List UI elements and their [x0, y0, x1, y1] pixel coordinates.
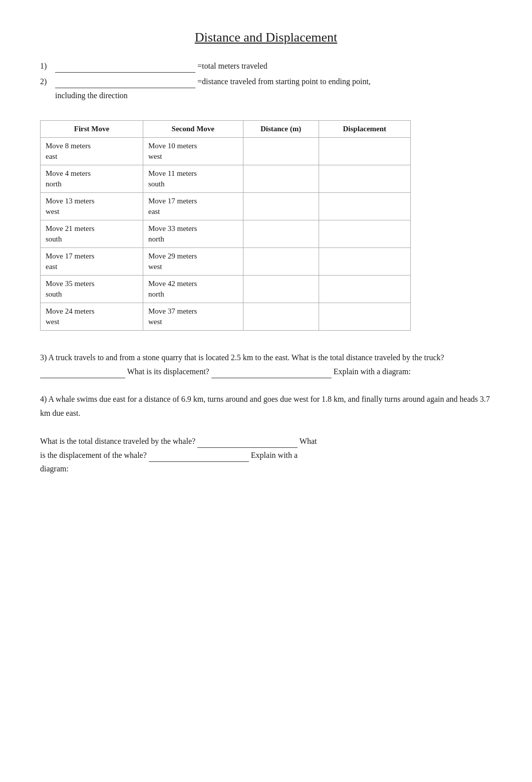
problem-4-q1: What is the total distance traveled by t… [40, 437, 195, 445]
problem-4-end: Explain with a [251, 451, 298, 459]
col-header-second: Second Move [143, 121, 243, 138]
cell-displacement [319, 248, 410, 276]
problem-3: 3) A truck travels to and from a stone q… [40, 351, 492, 378]
problem-4-blank-2 [149, 448, 249, 462]
page-title: Distance and Displacement [40, 30, 492, 45]
problem-4-text: 4) A whale swims due east for a distance… [40, 395, 490, 417]
cell-first-move: Move 24 meterswest [41, 303, 143, 331]
definitions-section: 1) =total meters traveled 2) =distance t… [40, 60, 492, 100]
problem-3-end-text: Explain with a diagram: [334, 367, 411, 376]
cell-displacement [319, 303, 410, 331]
cell-first-move: Move 21 meterssouth [41, 220, 143, 248]
cell-first-move: Move 8 meterseast [41, 138, 143, 165]
table-row: Move 13 meterswestMove 17 meterseast [41, 193, 411, 220]
cell-distance [243, 303, 319, 331]
cell-first-move: Move 4 metersnorth [41, 165, 143, 193]
cell-second-move: Move 17 meterseast [143, 193, 243, 220]
cell-first-move: Move 17 meterseast [41, 248, 143, 276]
cell-distance [243, 165, 319, 193]
problem-4: 4) A whale swims due east for a distance… [40, 392, 492, 419]
def-continuation-2: including the direction [40, 91, 492, 100]
def-number-2: 2) [40, 76, 55, 88]
moves-table: First Move Second Move Distance (m) Disp… [40, 120, 411, 331]
def-blank-1 [55, 60, 195, 73]
definition-1: 1) =total meters traveled [40, 60, 492, 73]
problem-3-mid-text: What is its displacement? [127, 367, 209, 376]
problem-4-what: What [300, 437, 317, 445]
col-header-displacement: Displacement [319, 121, 410, 138]
table-row: Move 24 meterswestMove 37 meterswest [41, 303, 411, 331]
cell-first-move: Move 13 meterswest [41, 193, 143, 220]
cell-distance [243, 248, 319, 276]
table-row: Move 4 metersnorthMove 11 meterssouth [41, 165, 411, 193]
cell-second-move: Move 42 metersnorth [143, 276, 243, 303]
def-number-1: 1) [40, 60, 55, 72]
def-blank-2 [55, 76, 195, 88]
table-header-row: First Move Second Move Distance (m) Disp… [41, 121, 411, 138]
cell-second-move: Move 11 meterssouth [143, 165, 243, 193]
cell-distance [243, 276, 319, 303]
cell-second-move: Move 29 meterswest [143, 248, 243, 276]
col-header-distance: Distance (m) [243, 121, 319, 138]
cell-distance [243, 220, 319, 248]
problem-4-diagram: diagram: [40, 464, 69, 473]
cell-second-move: Move 37 meterswest [143, 303, 243, 331]
problem-4-q2: is the displacement of the whale? [40, 451, 147, 459]
cell-displacement [319, 220, 410, 248]
definition-2: 2) =distance traveled from starting poin… [40, 76, 492, 88]
table-row: Move 35 meterssouthMove 42 metersnorth [41, 276, 411, 303]
problem-3-number: 3) A truck travels to and from a stone q… [40, 353, 444, 362]
problem-4-questions: What is the total distance traveled by t… [40, 434, 492, 476]
problem-4-blank-1 [197, 434, 298, 448]
problem-3-blank-1 [40, 364, 125, 378]
cell-second-move: Move 33 metersnorth [143, 220, 243, 248]
def-text-1: =total meters traveled [197, 60, 268, 72]
def-text-2: =distance traveled from starting point t… [197, 76, 371, 88]
cell-displacement [319, 165, 410, 193]
table-row: Move 8 meterseastMove 10 meterswest [41, 138, 411, 165]
cell-displacement [319, 276, 410, 303]
cell-displacement [319, 138, 410, 165]
table-row: Move 21 meterssouthMove 33 metersnorth [41, 220, 411, 248]
table-row: Move 17 meterseastMove 29 meterswest [41, 248, 411, 276]
cell-second-move: Move 10 meterswest [143, 138, 243, 165]
cell-displacement [319, 193, 410, 220]
cell-distance [243, 138, 319, 165]
cell-first-move: Move 35 meterssouth [41, 276, 143, 303]
col-header-first: First Move [41, 121, 143, 138]
cell-distance [243, 193, 319, 220]
word-problems-section: 3) A truck travels to and from a stone q… [40, 351, 492, 475]
problem-3-blank-2 [211, 364, 332, 378]
